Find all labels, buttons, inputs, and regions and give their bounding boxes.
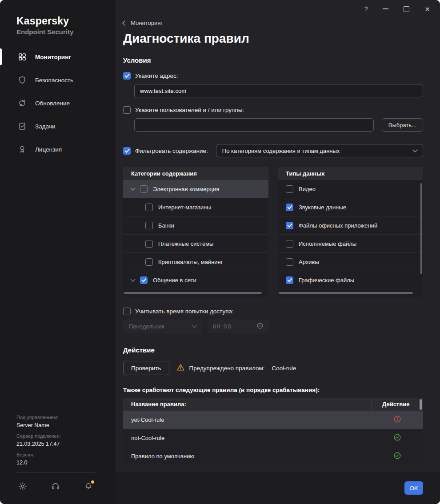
category-checkbox[interactable] xyxy=(145,240,153,248)
users-label[interactable]: Укажите пользователей и / или группы: xyxy=(135,107,244,113)
close-icon[interactable]: ✕ xyxy=(424,6,430,12)
type-label: Звуковые данные xyxy=(299,204,346,211)
sidebar-divider xyxy=(16,472,96,473)
filter-label[interactable]: Фильтровать содержание: xyxy=(135,148,208,154)
type-row[interactable]: Звуковые данные xyxy=(278,198,423,216)
column-header-name: Название правила: xyxy=(123,398,371,411)
time-row: Учитывать время попытки доступа: xyxy=(123,308,423,315)
scrollbar-thumb[interactable] xyxy=(124,292,262,294)
shield-icon xyxy=(18,76,27,84)
sidebar-item-license[interactable]: Лицензия xyxy=(0,138,116,161)
category-checkbox[interactable] xyxy=(140,276,148,284)
sidebar-item-tasks[interactable]: Задачи xyxy=(0,115,116,138)
sidebar-item-label: Обновление xyxy=(35,100,70,107)
type-row[interactable]: Исполняемые файлы xyxy=(278,235,423,253)
scrollbar-thumb[interactable] xyxy=(279,292,413,294)
brand: Kaspersky Endpoint Security xyxy=(0,0,116,36)
gear-icon[interactable] xyxy=(18,482,27,491)
table-scrollbar-thumb[interactable] xyxy=(420,399,422,410)
category-label: Платежные системы xyxy=(158,240,213,247)
type-row[interactable]: Видео xyxy=(278,180,423,198)
chevron-down-icon[interactable] xyxy=(130,276,135,281)
type-checkbox[interactable] xyxy=(286,222,293,229)
category-checkbox[interactable] xyxy=(145,204,153,211)
error-circle-icon xyxy=(393,415,401,424)
address-row: Укажите адрес: xyxy=(123,72,423,80)
day-select-value: Понедельник xyxy=(129,323,164,330)
type-checkbox[interactable] xyxy=(286,276,293,284)
type-label: Видео xyxy=(299,186,316,192)
table-row[interactable]: Правило по умолчанию xyxy=(123,447,423,465)
type-row[interactable]: Архивы xyxy=(278,253,423,271)
rule-status-cell xyxy=(371,433,423,443)
check-action-row: Проверить Предупреждено правилом: Cool-r… xyxy=(123,361,423,375)
category-label: Криптовалюты, майнинг xyxy=(158,259,223,265)
address-input-wrap xyxy=(134,80,423,97)
filter-select[interactable]: По категориям содержания и типам данных xyxy=(216,144,423,157)
table-row[interactable]: not-Cool-rule xyxy=(123,429,423,447)
vertical-scrollbar-thumb[interactable] xyxy=(420,183,422,274)
category-row[interactable]: Интернет-магазины xyxy=(123,198,268,216)
type-label: Файлы офисных приложений xyxy=(299,222,377,229)
breadcrumb[interactable]: Мониторинг xyxy=(123,20,163,26)
choose-button[interactable]: Выбрать... xyxy=(382,118,423,132)
footer-bar: OK xyxy=(116,472,440,504)
type-row[interactable]: Графические файлы xyxy=(278,271,423,289)
connected-time: 21.03.2025 17:47 xyxy=(16,441,61,447)
time-label[interactable]: Учитывать время попытки доступа: xyxy=(135,308,234,315)
headset-icon[interactable] xyxy=(51,482,60,491)
conditions-heading: Условия xyxy=(123,56,423,64)
address-label[interactable]: Укажите адрес: xyxy=(135,72,178,79)
rule-status-cell xyxy=(371,452,423,461)
time-input[interactable]: 00:00 xyxy=(208,320,269,333)
category-checkbox[interactable] xyxy=(140,185,148,193)
type-checkbox[interactable] xyxy=(286,240,293,248)
category-label: Интернет-магазины xyxy=(158,204,211,211)
category-label: Электронная коммерция xyxy=(153,186,219,192)
category-row[interactable]: Банки xyxy=(123,216,268,235)
version-value: 12.0 xyxy=(16,460,61,466)
minimize-icon[interactable] xyxy=(383,8,388,9)
brand-product: Endpoint Security xyxy=(16,28,116,36)
type-checkbox[interactable] xyxy=(286,204,293,211)
category-checkbox[interactable] xyxy=(145,258,153,266)
rule-name: not-Cool-rule xyxy=(123,435,371,441)
success-circle-icon xyxy=(393,452,401,461)
users-input[interactable] xyxy=(134,118,374,132)
category-row[interactable]: Электронная коммерция xyxy=(123,180,268,198)
chevron-down-icon[interactable] xyxy=(130,185,135,190)
category-checkbox[interactable] xyxy=(145,222,153,229)
category-row[interactable]: Общение в сети xyxy=(123,271,268,289)
ok-button[interactable]: OK xyxy=(404,481,423,495)
table-row[interactable]: yet-Cool-rule xyxy=(123,411,423,429)
type-checkbox[interactable] xyxy=(286,258,293,266)
type-checkbox[interactable] xyxy=(286,185,293,193)
time-checkbox[interactable] xyxy=(123,308,131,315)
filter-checkbox[interactable] xyxy=(123,147,131,155)
titlebar: ? ✕ xyxy=(116,0,440,16)
page-title: Диагностика правил xyxy=(123,32,423,46)
sidebar-item-label: Задачи xyxy=(35,123,55,130)
sidebar-item-update[interactable]: Обновление xyxy=(0,92,116,115)
filter-panels: Категории содержания Электронная коммерц… xyxy=(123,167,423,297)
bell-icon[interactable] xyxy=(84,482,93,491)
type-row[interactable]: Файлы офисных приложений xyxy=(278,216,423,235)
address-input[interactable] xyxy=(134,84,423,97)
sidebar-item-security[interactable]: Безопасность xyxy=(0,68,116,92)
sidebar-item-monitoring[interactable]: Мониторинг xyxy=(0,45,116,68)
rule-name: Правило по умолчанию xyxy=(123,453,371,460)
category-row[interactable]: Платежные системы xyxy=(123,235,268,253)
help-icon[interactable]: ? xyxy=(364,5,368,12)
success-circle-icon xyxy=(393,433,401,443)
notification-badge xyxy=(91,480,94,484)
category-row[interactable]: Криптовалюты, майнинг xyxy=(123,253,268,271)
chevron-down-icon xyxy=(192,323,197,328)
version-label: Версия: xyxy=(16,452,61,457)
category-label: Банки xyxy=(158,222,174,229)
address-checkbox[interactable] xyxy=(123,72,131,80)
check-button[interactable]: Проверить xyxy=(123,361,169,375)
users-checkbox[interactable] xyxy=(123,106,131,114)
refresh-icon xyxy=(18,99,27,108)
day-select[interactable]: Понедельник xyxy=(123,320,202,333)
maximize-icon[interactable] xyxy=(404,6,409,12)
